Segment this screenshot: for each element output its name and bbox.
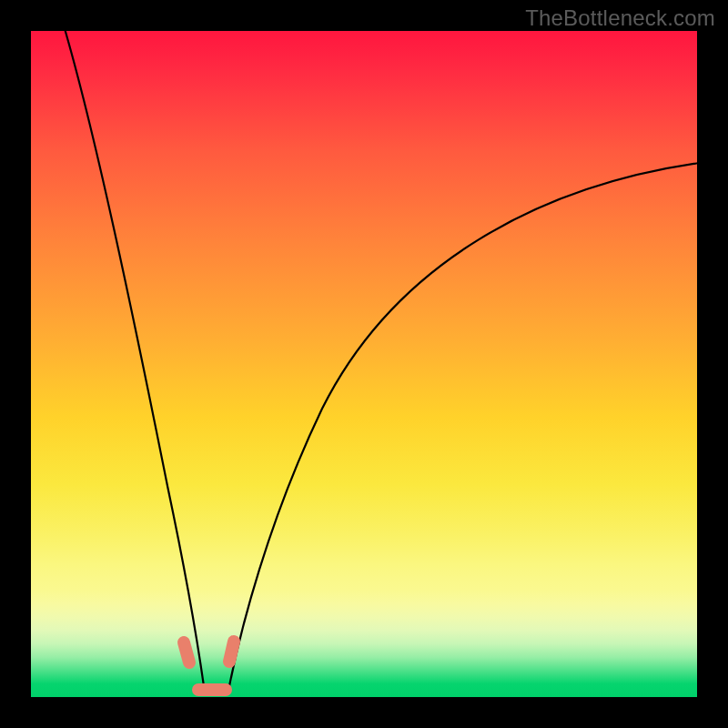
- curve-right-branch: [229, 163, 700, 686]
- marker-left-cluster: [184, 642, 189, 662]
- curve-left-branch: [64, 25, 204, 686]
- chart-frame: TheBottleneck.com: [0, 0, 728, 728]
- curve-layer: [31, 31, 697, 697]
- watermark-text: TheBottleneck.com: [525, 5, 715, 31]
- plot-area: [31, 31, 697, 697]
- marker-right-cluster: [229, 642, 234, 662]
